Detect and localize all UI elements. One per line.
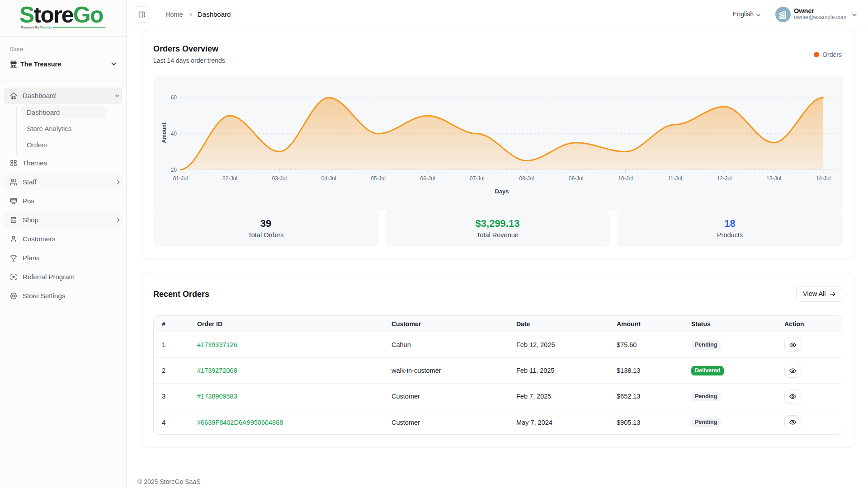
svg-text:03-Jul: 03-Jul	[272, 175, 287, 182]
svg-text:13-Jul: 13-Jul	[766, 175, 781, 182]
svg-text:08-Jul: 08-Jul	[519, 175, 534, 182]
svg-text:14-Jul: 14-Jul	[816, 175, 831, 182]
svg-text:11-Jul: 11-Jul	[668, 175, 682, 182]
svg-text:10-Jul: 10-Jul	[618, 175, 633, 182]
svg-text:04-Jul: 04-Jul	[321, 175, 336, 182]
svg-text:05-Jul: 05-Jul	[371, 175, 386, 182]
svg-text:60: 60	[171, 94, 177, 101]
svg-text:Days: Days	[495, 188, 509, 195]
svg-text:20: 20	[171, 167, 177, 173]
svg-text:02-Jul: 02-Jul	[222, 175, 237, 182]
svg-text:40: 40	[171, 131, 177, 137]
svg-text:09-Jul: 09-Jul	[569, 175, 584, 182]
svg-text:06-Jul: 06-Jul	[420, 175, 435, 182]
svg-text:12-Jul: 12-Jul	[717, 175, 732, 182]
svg-text:Amount: Amount	[161, 122, 167, 143]
svg-text:07-Jul: 07-Jul	[470, 175, 485, 182]
svg-text:01-Jul: 01-Jul	[173, 175, 188, 182]
